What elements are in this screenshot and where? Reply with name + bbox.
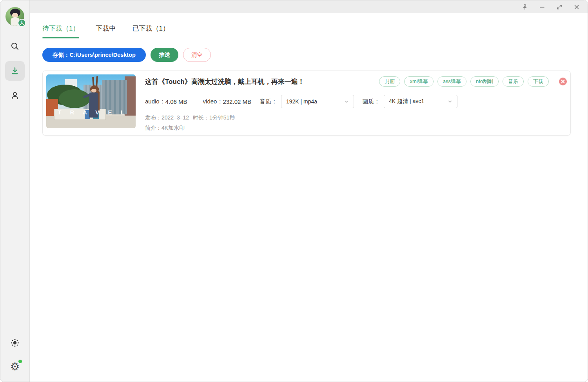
- video-quality-select[interactable]: 4K 超清 | avc1: [384, 95, 457, 108]
- video-size-label: video：: [203, 98, 223, 105]
- intro-label: 简介：: [145, 125, 162, 131]
- duration-label: 时长：: [193, 114, 209, 121]
- app-window: 大: [0, 0, 588, 382]
- brightness-icon: [11, 339, 19, 347]
- tag-nfo-scrape[interactable]: nfo刮削: [470, 76, 499, 87]
- maximize-button[interactable]: [552, 2, 566, 12]
- close-window-button[interactable]: [570, 2, 584, 12]
- thumbnail-overlay-text: T R A V E L: [46, 109, 136, 116]
- settings-update-dot: [18, 360, 22, 363]
- task-options: 封面 xml弹幕 ass弹幕 nfo刮削 音乐 下载: [379, 76, 567, 87]
- push-button[interactable]: 推送: [151, 48, 178, 62]
- tab-label: 下载中: [96, 25, 116, 32]
- audio-size-value: 4.06 MB: [165, 98, 187, 105]
- sidebar-nav: [5, 36, 25, 105]
- active-tab-underline: [42, 37, 79, 38]
- thumb-art: [59, 89, 90, 108]
- titlebar: [30, 0, 588, 13]
- sidebar-footer: ⚙: [5, 333, 25, 376]
- clear-button[interactable]: 清空: [183, 48, 211, 62]
- video-thumbnail[interactable]: T R A V E L: [46, 74, 136, 128]
- avatar-level-badge: 大: [18, 19, 26, 27]
- tab-downloading[interactable]: 下载中: [96, 24, 116, 38]
- video-quality-value: 4K 超清 | avc1: [389, 98, 424, 105]
- search-icon: [10, 42, 20, 51]
- close-icon: [561, 80, 565, 83]
- intro-value: 4K加水印: [162, 125, 185, 131]
- tab-label: 待下载（1）: [42, 25, 79, 32]
- close-icon: [573, 4, 580, 10]
- sidebar-item-search[interactable]: [5, 36, 25, 56]
- sidebar-item-user[interactable]: [5, 86, 25, 105]
- pin-icon: [522, 4, 528, 10]
- publish-date: 2022–3–12: [162, 114, 189, 121]
- audio-size-label: audio：: [145, 98, 165, 105]
- audio-quality-value: 192K | mp4a: [286, 98, 317, 105]
- audio-quality-select[interactable]: 192K | mp4a: [281, 95, 354, 108]
- task-details: 这首《Touch》高潮太过洗脑，戴上耳机，再来一遍！ 封面 xml弹幕 ass弹…: [136, 74, 567, 132]
- tab-label: 已下载（1）: [132, 25, 169, 32]
- media-info-row: audio： 4.06 MB video： 232.02 MB 音质： 192K…: [145, 95, 567, 108]
- tag-xml-danmaku[interactable]: xml弹幕: [404, 76, 433, 87]
- video-size-value: 232.02 MB: [223, 98, 251, 105]
- chevron-down-icon: [344, 99, 349, 104]
- settings-button[interactable]: ⚙: [5, 357, 25, 376]
- avatar[interactable]: 大: [5, 7, 24, 26]
- video-quality-label: 画质：: [362, 98, 380, 105]
- publish-label: 发布：: [145, 114, 162, 121]
- remove-task-button[interactable]: [559, 78, 567, 85]
- gear-icon: ⚙: [10, 361, 20, 372]
- chevron-down-icon: [448, 99, 452, 104]
- tab-pending-download[interactable]: 待下载（1）: [42, 24, 79, 38]
- video-title: 这首《Touch》高潮太过洗脑，戴上耳机，再来一遍！: [145, 77, 305, 86]
- publish-info-row: 发布：2022–3–12 时长：1分钟51秒: [145, 114, 567, 121]
- tab-bar: 待下载（1） 下载中 已下载（1）: [42, 24, 571, 38]
- sidebar: 大: [0, 0, 30, 382]
- download-icon: [11, 67, 19, 75]
- storage-path-button[interactable]: 存储：C:\Users\prince\Desktop: [42, 48, 146, 62]
- pin-window-button[interactable]: [518, 2, 532, 12]
- tag-download[interactable]: 下载: [528, 76, 549, 87]
- audio-quality-label: 音质：: [260, 98, 277, 105]
- maximize-icon: [556, 4, 563, 10]
- tag-ass-danmaku[interactable]: ass弹幕: [437, 76, 466, 87]
- tab-downloaded[interactable]: 已下载（1）: [132, 24, 169, 38]
- sidebar-item-download[interactable]: [5, 61, 25, 81]
- duration-value: 1分钟51秒: [209, 114, 235, 121]
- download-task-card: T R A V E L 这首《Touch》高潮太过洗脑，戴上耳机，再来一遍！ 封…: [42, 71, 571, 136]
- tag-cover[interactable]: 封面: [379, 76, 400, 87]
- minimize-icon: [539, 4, 545, 10]
- toolbar: 存储：C:\Users\prince\Desktop 推送 清空: [42, 48, 571, 62]
- theme-toggle-button[interactable]: [5, 333, 25, 353]
- intro-row: 简介：4K加水印: [145, 125, 567, 132]
- content: 待下载（1） 下载中 已下载（1） 存储：C:\Users\prince\Des…: [30, 0, 588, 136]
- main-area: 待下载（1） 下载中 已下载（1） 存储：C:\Users\prince\Des…: [30, 0, 588, 382]
- minimize-button[interactable]: [535, 2, 549, 12]
- tag-music[interactable]: 音乐: [503, 76, 524, 87]
- user-icon: [10, 91, 20, 100]
